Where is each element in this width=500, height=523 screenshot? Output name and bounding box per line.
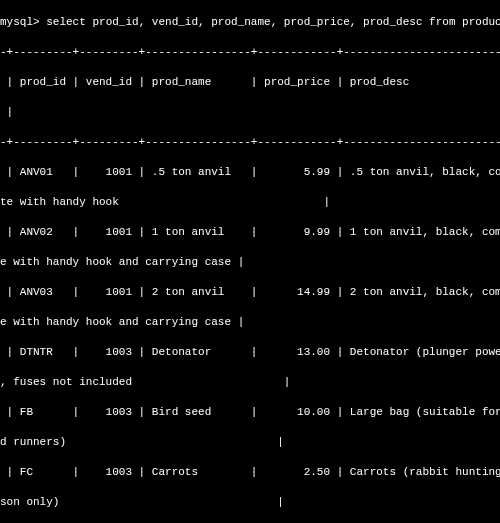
- table-row: son only) |: [0, 495, 500, 510]
- prompt-line: mysql> select prod_id, vend_id, prod_nam…: [0, 15, 500, 30]
- prompt: mysql>: [0, 16, 40, 28]
- table-header: | prod_id | vend_id | prod_name | prod_p…: [0, 75, 500, 90]
- table-row: | DTNTR | 1003 | Detonator | 13.00 | Det…: [0, 345, 500, 360]
- table-header-cont: |: [0, 105, 500, 120]
- table-row: | FC | 1003 | Carrots | 2.50 | Carrots (…: [0, 465, 500, 480]
- table-border-mid: -+---------+---------+----------------+-…: [0, 135, 500, 150]
- table-row: d runners) |: [0, 435, 500, 450]
- table-row: | ANV01 | 1001 | .5 ton anvil | 5.99 | .…: [0, 165, 500, 180]
- table-row: | ANV03 | 1001 | 2 ton anvil | 14.99 | 2…: [0, 285, 500, 300]
- table-row: | FB | 1003 | Bird seed | 10.00 | Large …: [0, 405, 500, 420]
- terminal: mysql> select prod_id, vend_id, prod_nam…: [0, 0, 500, 523]
- sql-query: select prod_id, vend_id, prod_name, prod…: [46, 16, 500, 28]
- table-border-top: -+---------+---------+----------------+-…: [0, 45, 500, 60]
- table-row: , fuses not included |: [0, 375, 500, 390]
- table-row: e with handy hook and carrying case |: [0, 255, 500, 270]
- table-row: | ANV02 | 1001 | 1 ton anvil | 9.99 | 1 …: [0, 225, 500, 240]
- table-row: te with handy hook |: [0, 195, 500, 210]
- table-row: e with handy hook and carrying case |: [0, 315, 500, 330]
